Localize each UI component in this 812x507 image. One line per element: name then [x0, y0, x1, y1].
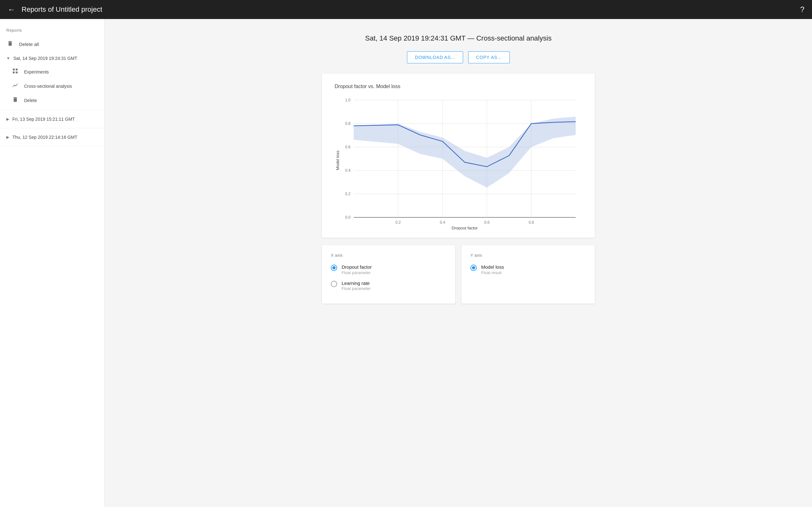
group-label-1: Sat, 14 Sep 2019 19:24:31 GMT [13, 56, 78, 61]
sidebar-group-header-1[interactable]: ▼ Sat, 14 Sep 2019 19:24:31 GMT [0, 52, 104, 65]
copy-button[interactable]: COPY AS... [468, 51, 510, 63]
cross-sectional-label: Cross-sectional analysis [24, 83, 72, 89]
group-label-2: Fri, 13 Sep 2019 15:21:11 GMT [12, 117, 75, 122]
sidebar-item-experiments[interactable]: Experiments [5, 65, 104, 79]
model-loss-label: Model loss [481, 264, 504, 270]
dropout-label: Dropout factor [342, 264, 372, 270]
svg-text:0.8: 0.8 [529, 220, 534, 225]
delete-all-label: Delete all [19, 42, 39, 47]
chart-card: Dropout factor vs. Model loss [322, 73, 595, 238]
svg-marker-23 [354, 117, 576, 187]
svg-text:0.4: 0.4 [440, 220, 445, 225]
y-axis-panel: Y axis Model loss Float result [461, 245, 595, 303]
x-axis-panel-title: X axis [331, 253, 446, 258]
sidebar: Reports Delete all ▼ Sat, 14 Sep 2019 19… [0, 19, 105, 507]
expand-icon-3: ▶ [6, 135, 9, 139]
svg-text:0.8: 0.8 [345, 121, 351, 126]
trash-icon [11, 96, 19, 104]
radio-learning-icon [331, 281, 337, 287]
svg-text:Model loss: Model loss [335, 150, 340, 170]
main-content: Sat, 14 Sep 2019 19:24:31 GMT — Cross-se… [105, 19, 812, 507]
group-label-3: Thu, 12 Sep 2019 22:14:16 GMT [12, 135, 78, 140]
x-axis-option-learning[interactable]: Learning rate Float parameter [331, 280, 446, 291]
expand-icon-2: ▶ [6, 117, 9, 121]
y-axis-panel-title: Y axis [470, 253, 586, 258]
grid-icon [11, 68, 19, 76]
x-axis-option-dropout-labels: Dropout factor Float parameter [342, 264, 372, 275]
sidebar-item-cross-sectional[interactable]: Cross-sectional analysis [5, 79, 104, 93]
axis-panels: X axis Dropout factor Float parameter Le… [322, 245, 595, 303]
x-axis-panel: X axis Dropout factor Float parameter Le… [322, 245, 455, 303]
sidebar-group-header-3[interactable]: ▶ Thu, 12 Sep 2019 22:14:16 GMT [0, 131, 104, 144]
back-button[interactable]: ← [8, 5, 15, 14]
delete-all-icon [6, 40, 14, 48]
expand-icon-1: ▼ [6, 56, 10, 60]
learning-label: Learning rate [342, 280, 371, 286]
action-buttons: DOWNLOAD AS... COPY AS... [407, 51, 510, 63]
svg-text:0.2: 0.2 [345, 192, 351, 196]
chart-icon [11, 82, 19, 90]
y-axis-option-model-loss-labels: Model loss Float result [481, 264, 504, 275]
page-title: Sat, 14 Sep 2019 19:24:31 GMT — Cross-se… [365, 34, 552, 43]
chart-svg: 1.0 0.8 0.6 0.4 0.2 0.0 0.2 0.4 0.6 0.8 … [335, 97, 582, 230]
sidebar-group-1: ▼ Sat, 14 Sep 2019 19:24:31 GMT Experime… [0, 52, 104, 110]
chart-area: 1.0 0.8 0.6 0.4 0.2 0.0 0.2 0.4 0.6 0.8 … [335, 97, 582, 230]
svg-text:0.6: 0.6 [345, 145, 351, 149]
chart-title: Dropout factor vs. Model loss [335, 83, 582, 89]
svg-text:1.0: 1.0 [345, 98, 351, 102]
sidebar-group-header-2[interactable]: ▶ Fri, 13 Sep 2019 15:21:11 GMT [0, 113, 104, 125]
x-axis-option-dropout[interactable]: Dropout factor Float parameter [331, 264, 446, 275]
main-layout: Reports Delete all ▼ Sat, 14 Sep 2019 19… [0, 19, 812, 507]
header-title: Reports of Untitled project [21, 5, 800, 14]
download-button[interactable]: DOWNLOAD AS... [407, 51, 463, 63]
sidebar-group-3: ▶ Thu, 12 Sep 2019 22:14:16 GMT [0, 131, 104, 147]
help-icon[interactable]: ? [800, 5, 804, 14]
sidebar-item-delete-all[interactable]: Delete all [0, 37, 104, 52]
svg-text:0.4: 0.4 [345, 168, 351, 173]
model-loss-sub: Float result [481, 270, 504, 275]
radio-model-loss-icon [470, 265, 477, 271]
sidebar-item-delete[interactable]: Delete [5, 93, 104, 107]
sub-items-1: Experiments Cross-sectional analysis Del… [0, 65, 104, 107]
svg-text:0.2: 0.2 [396, 220, 401, 225]
svg-text:Dropout factor: Dropout factor [452, 226, 478, 230]
svg-text:0.6: 0.6 [484, 220, 490, 225]
svg-text:0.0: 0.0 [345, 215, 351, 220]
delete-label: Delete [24, 98, 37, 103]
experiments-label: Experiments [24, 69, 49, 74]
x-axis-option-learning-labels: Learning rate Float parameter [342, 280, 371, 291]
radio-dropout-icon [331, 265, 337, 271]
y-axis-option-model-loss[interactable]: Model loss Float result [470, 264, 586, 275]
dropout-sub: Float parameter [342, 270, 372, 275]
app-header: ← Reports of Untitled project ? [0, 0, 812, 19]
sidebar-section-label: Reports [0, 25, 104, 37]
learning-sub: Float parameter [342, 286, 371, 291]
sidebar-group-2: ▶ Fri, 13 Sep 2019 15:21:11 GMT [0, 113, 104, 128]
